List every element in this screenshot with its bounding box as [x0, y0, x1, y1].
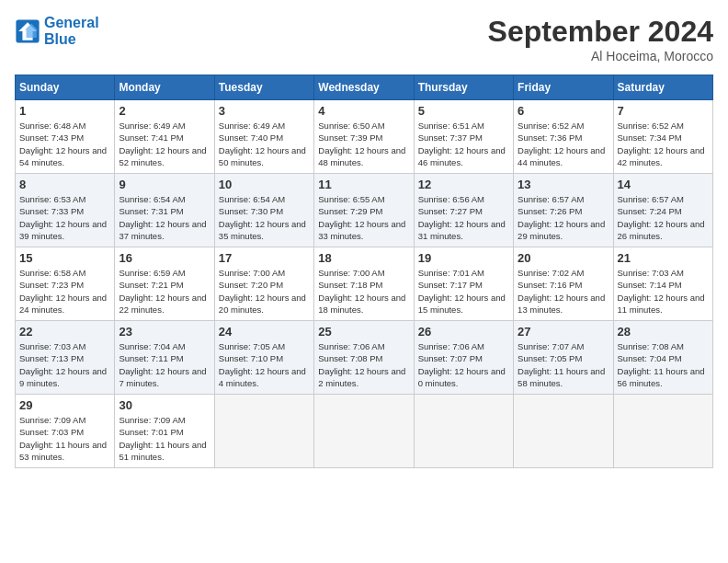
day-info: Sunrise: 7:04 AM Sunset: 7:11 PM Dayligh…: [119, 340, 210, 389]
day-number: 27: [518, 325, 609, 339]
header: General Blue September 2024 Al Hoceima, …: [15, 15, 713, 63]
day-info: Sunrise: 6:53 AM Sunset: 7:33 PM Dayligh…: [19, 193, 110, 242]
day-info: Sunrise: 7:08 AM Sunset: 7:04 PM Dayligh…: [618, 340, 709, 389]
day-number: 13: [518, 178, 609, 191]
day-info: Sunrise: 6:52 AM Sunset: 7:34 PM Dayligh…: [618, 120, 709, 168]
day-info: Sunrise: 6:58 AM Sunset: 7:23 PM Dayligh…: [19, 267, 110, 316]
day-info: Sunrise: 6:55 AM Sunset: 7:29 PM Dayligh…: [318, 193, 409, 242]
weekday-header: Friday: [514, 75, 613, 100]
weekday-header: Thursday: [414, 75, 513, 100]
calendar-cell: [613, 395, 712, 468]
day-info: Sunrise: 7:00 AM Sunset: 7:20 PM Dayligh…: [219, 267, 310, 316]
day-info: Sunrise: 7:06 AM Sunset: 7:08 PM Dayligh…: [318, 340, 409, 389]
calendar-cell: 24Sunrise: 7:05 AM Sunset: 7:10 PM Dayli…: [214, 321, 313, 395]
day-number: 30: [119, 398, 210, 412]
day-number: 2: [119, 104, 210, 118]
calendar-cell: 30Sunrise: 7:09 AM Sunset: 7:01 PM Dayli…: [115, 395, 214, 468]
calendar-cell: 4Sunrise: 6:50 AM Sunset: 7:39 PM Daylig…: [314, 100, 414, 174]
calendar-cell: 25Sunrise: 7:06 AM Sunset: 7:08 PM Dayli…: [314, 321, 414, 395]
day-number: 26: [418, 325, 509, 339]
day-number: 9: [119, 178, 210, 191]
calendar-cell: [214, 395, 313, 468]
day-number: 18: [318, 251, 409, 265]
day-number: 5: [418, 104, 509, 118]
day-number: 21: [618, 251, 709, 265]
day-info: Sunrise: 6:52 AM Sunset: 7:36 PM Dayligh…: [518, 120, 609, 168]
day-number: 10: [219, 178, 310, 191]
calendar-cell: 17Sunrise: 7:00 AM Sunset: 7:20 PM Dayli…: [214, 247, 313, 321]
month-title: September 2024: [488, 15, 713, 49]
day-info: Sunrise: 6:54 AM Sunset: 7:31 PM Dayligh…: [119, 193, 210, 242]
day-number: 3: [219, 104, 310, 118]
day-info: Sunrise: 6:57 AM Sunset: 7:24 PM Dayligh…: [618, 193, 709, 242]
calendar-cell: 21Sunrise: 7:03 AM Sunset: 7:14 PM Dayli…: [613, 247, 712, 321]
calendar-cell: 23Sunrise: 7:04 AM Sunset: 7:11 PM Dayli…: [115, 321, 214, 395]
calendar-row: 29Sunrise: 7:09 AM Sunset: 7:03 PM Dayli…: [16, 395, 713, 468]
day-number: 11: [318, 178, 409, 191]
calendar-cell: 7Sunrise: 6:52 AM Sunset: 7:34 PM Daylig…: [613, 100, 712, 174]
calendar-cell: 2Sunrise: 6:49 AM Sunset: 7:41 PM Daylig…: [115, 100, 214, 174]
day-info: Sunrise: 7:03 AM Sunset: 7:13 PM Dayligh…: [19, 340, 110, 389]
calendar-cell: 1Sunrise: 6:48 AM Sunset: 7:43 PM Daylig…: [16, 100, 115, 174]
calendar-cell: 26Sunrise: 7:06 AM Sunset: 7:07 PM Dayli…: [414, 321, 513, 395]
calendar-cell: [514, 395, 613, 468]
calendar-cell: 27Sunrise: 7:07 AM Sunset: 7:05 PM Dayli…: [514, 321, 613, 395]
day-info: Sunrise: 7:06 AM Sunset: 7:07 PM Dayligh…: [418, 340, 509, 389]
day-info: Sunrise: 6:54 AM Sunset: 7:30 PM Dayligh…: [219, 193, 310, 242]
calendar-cell: 28Sunrise: 7:08 AM Sunset: 7:04 PM Dayli…: [613, 321, 712, 395]
weekday-header: Wednesday: [314, 75, 414, 100]
calendar-cell: 16Sunrise: 6:59 AM Sunset: 7:21 PM Dayli…: [115, 247, 214, 321]
calendar-cell: 13Sunrise: 6:57 AM Sunset: 7:26 PM Dayli…: [514, 174, 613, 247]
calendar-cell: 18Sunrise: 7:00 AM Sunset: 7:18 PM Dayli…: [314, 247, 414, 321]
day-number: 6: [518, 104, 609, 118]
calendar-cell: 10Sunrise: 6:54 AM Sunset: 7:30 PM Dayli…: [214, 174, 313, 247]
day-number: 29: [19, 398, 110, 412]
calendar-row: 15Sunrise: 6:58 AM Sunset: 7:23 PM Dayli…: [16, 247, 713, 321]
calendar-row: 1Sunrise: 6:48 AM Sunset: 7:43 PM Daylig…: [16, 100, 713, 174]
day-number: 28: [618, 325, 709, 339]
day-info: Sunrise: 7:05 AM Sunset: 7:10 PM Dayligh…: [219, 340, 310, 389]
day-number: 8: [19, 178, 110, 191]
location-title: Al Hoceima, Morocco: [488, 49, 713, 63]
day-number: 25: [318, 325, 409, 339]
weekday-header: Sunday: [16, 75, 115, 100]
day-number: 17: [219, 251, 310, 265]
calendar-row: 22Sunrise: 7:03 AM Sunset: 7:13 PM Dayli…: [16, 321, 713, 395]
calendar-cell: 22Sunrise: 7:03 AM Sunset: 7:13 PM Dayli…: [16, 321, 115, 395]
day-info: Sunrise: 6:57 AM Sunset: 7:26 PM Dayligh…: [518, 193, 609, 242]
day-number: 19: [418, 251, 509, 265]
calendar-cell: 20Sunrise: 7:02 AM Sunset: 7:16 PM Dayli…: [514, 247, 613, 321]
day-info: Sunrise: 6:59 AM Sunset: 7:21 PM Dayligh…: [119, 267, 210, 316]
calendar-cell: 19Sunrise: 7:01 AM Sunset: 7:17 PM Dayli…: [414, 247, 513, 321]
calendar-cell: 3Sunrise: 6:49 AM Sunset: 7:40 PM Daylig…: [214, 100, 313, 174]
day-info: Sunrise: 6:48 AM Sunset: 7:43 PM Dayligh…: [19, 120, 110, 168]
day-info: Sunrise: 6:51 AM Sunset: 7:37 PM Dayligh…: [418, 120, 509, 168]
day-info: Sunrise: 6:50 AM Sunset: 7:39 PM Dayligh…: [318, 120, 409, 168]
weekday-header: Tuesday: [214, 75, 313, 100]
day-info: Sunrise: 7:02 AM Sunset: 7:16 PM Dayligh…: [518, 267, 609, 316]
calendar-cell: [314, 395, 414, 468]
day-info: Sunrise: 6:49 AM Sunset: 7:40 PM Dayligh…: [219, 120, 310, 168]
day-number: 12: [418, 178, 509, 191]
calendar-cell: 9Sunrise: 6:54 AM Sunset: 7:31 PM Daylig…: [115, 174, 214, 247]
day-info: Sunrise: 7:09 AM Sunset: 7:01 PM Dayligh…: [119, 414, 210, 463]
day-info: Sunrise: 7:03 AM Sunset: 7:14 PM Dayligh…: [618, 267, 709, 316]
day-info: Sunrise: 7:09 AM Sunset: 7:03 PM Dayligh…: [19, 414, 110, 463]
logo-text: General Blue: [44, 15, 99, 48]
calendar-header-row: SundayMondayTuesdayWednesdayThursdayFrid…: [16, 75, 713, 100]
calendar-table: SundayMondayTuesdayWednesdayThursdayFrid…: [15, 75, 713, 468]
calendar-cell: 5Sunrise: 6:51 AM Sunset: 7:37 PM Daylig…: [414, 100, 513, 174]
day-number: 15: [19, 251, 110, 265]
weekday-header: Monday: [115, 75, 214, 100]
day-number: 16: [119, 251, 210, 265]
day-info: Sunrise: 6:56 AM Sunset: 7:27 PM Dayligh…: [418, 193, 509, 242]
title-area: September 2024 Al Hoceima, Morocco: [488, 15, 713, 63]
calendar-cell: 8Sunrise: 6:53 AM Sunset: 7:33 PM Daylig…: [16, 174, 115, 247]
calendar-cell: 15Sunrise: 6:58 AM Sunset: 7:23 PM Dayli…: [16, 247, 115, 321]
day-number: 4: [318, 104, 409, 118]
day-number: 20: [518, 251, 609, 265]
day-info: Sunrise: 7:07 AM Sunset: 7:05 PM Dayligh…: [518, 340, 609, 389]
day-info: Sunrise: 7:01 AM Sunset: 7:17 PM Dayligh…: [418, 267, 509, 316]
calendar-row: 8Sunrise: 6:53 AM Sunset: 7:33 PM Daylig…: [16, 174, 713, 247]
day-number: 7: [618, 104, 709, 118]
